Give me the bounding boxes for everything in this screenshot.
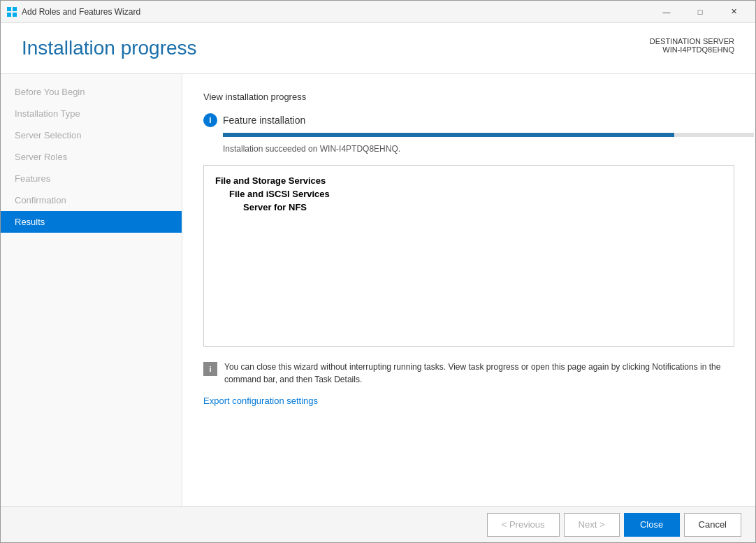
sidebar-item-confirmation[interactable]: Confirmation bbox=[1, 189, 182, 211]
sidebar-item-before-you-begin[interactable]: Before You Begin bbox=[1, 81, 182, 103]
result-item-level2: File and iSCSI Services bbox=[229, 189, 722, 199]
sidebar-item-features[interactable]: Features bbox=[1, 168, 182, 189]
info-icon: i bbox=[203, 113, 217, 127]
window-title: Add Roles and Features Wizard bbox=[22, 7, 650, 17]
next-button[interactable]: Next > bbox=[564, 513, 620, 537]
results-box: File and Storage Services File and iSCSI… bbox=[203, 165, 734, 347]
feature-label: Feature installation bbox=[223, 115, 305, 126]
main-window: Add Roles and Features Wizard — □ ✕ Inst… bbox=[0, 0, 756, 543]
export-configuration-link[interactable]: Export configuration settings bbox=[203, 396, 318, 406]
main-area: Before You Begin Installation Type Serve… bbox=[1, 74, 755, 506]
close-button[interactable]: Close bbox=[624, 513, 680, 537]
sidebar: Before You Begin Installation Type Serve… bbox=[1, 74, 182, 506]
minimize-button[interactable]: — bbox=[650, 1, 683, 23]
svg-rect-1 bbox=[13, 7, 17, 11]
result-item-level3: Server for NFS bbox=[243, 202, 722, 212]
section-subtitle: View installation progress bbox=[203, 92, 734, 102]
result-item-level1: File and Storage Services bbox=[215, 175, 722, 186]
svg-rect-3 bbox=[13, 13, 17, 17]
progress-bar-container bbox=[223, 133, 754, 137]
cancel-button[interactable]: Cancel bbox=[684, 513, 741, 537]
progress-bar-fill bbox=[223, 133, 674, 137]
feature-installation-row: i Feature installation bbox=[203, 113, 734, 127]
sidebar-item-server-selection[interactable]: Server Selection bbox=[1, 124, 182, 146]
destination-server-name: WIN-I4PTDQ8EHNQ bbox=[650, 45, 734, 54]
window-close-button[interactable]: ✕ bbox=[718, 1, 750, 23]
info-notice: i You can close this wizard without inte… bbox=[203, 361, 734, 386]
notice-text: You can close this wizard without interr… bbox=[224, 361, 734, 386]
sidebar-item-server-roles[interactable]: Server Roles bbox=[1, 146, 182, 168]
title-bar: Add Roles and Features Wizard — □ ✕ bbox=[1, 1, 755, 23]
notice-icon: i bbox=[203, 362, 217, 376]
maximize-button[interactable]: □ bbox=[684, 1, 716, 23]
header-section: Installation progress DESTINATION SERVER… bbox=[1, 23, 755, 74]
content-area: Installation progress DESTINATION SERVER… bbox=[1, 23, 755, 506]
footer: < Previous Next > Close Cancel bbox=[1, 506, 755, 542]
window-controls: — □ ✕ bbox=[650, 1, 750, 23]
installation-status: Installation succeeded on WIN-I4PTDQ8EHN… bbox=[223, 144, 734, 154]
content-panel: View installation progress i Feature ins… bbox=[182, 74, 755, 506]
page-title: Installation progress bbox=[22, 37, 197, 59]
destination-server-info: DESTINATION SERVER WIN-I4PTDQ8EHNQ bbox=[650, 37, 734, 54]
svg-rect-0 bbox=[7, 7, 11, 11]
previous-button[interactable]: < Previous bbox=[487, 513, 560, 537]
app-icon bbox=[6, 6, 17, 17]
svg-rect-2 bbox=[7, 13, 11, 17]
sidebar-item-installation-type[interactable]: Installation Type bbox=[1, 103, 182, 124]
sidebar-item-results[interactable]: Results bbox=[1, 211, 182, 233]
destination-label: DESTINATION SERVER bbox=[650, 37, 734, 45]
